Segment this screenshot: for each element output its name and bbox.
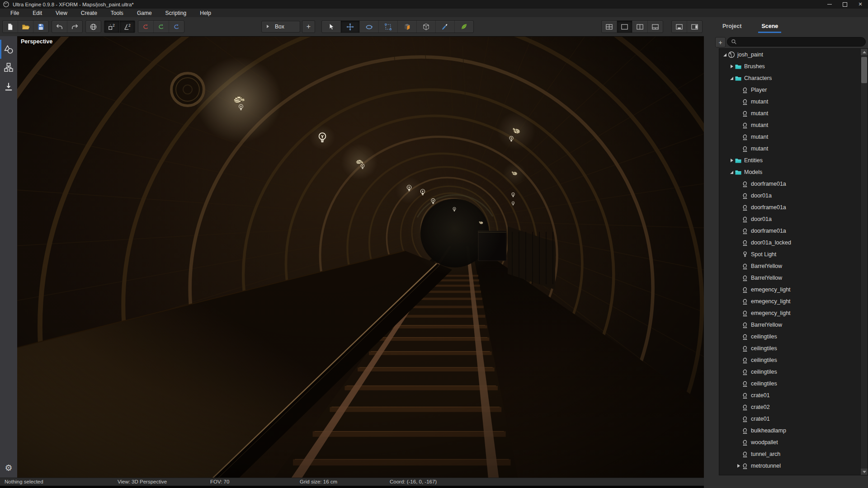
toolbar-snap-angle-button[interactable] — [119, 21, 135, 33]
toolbar-layout-hsplit-button[interactable] — [647, 21, 663, 33]
tree-item[interactable]: mutant — [719, 96, 868, 108]
tree-item[interactable]: door01a — [719, 190, 868, 202]
toolbar-move-button[interactable] — [340, 21, 359, 33]
toolbar-new-file-button[interactable] — [3, 21, 18, 33]
tree-item[interactable]: metrotunnel — [719, 460, 868, 472]
toolbar-open-folder-button[interactable] — [18, 21, 33, 33]
scrollbar-thumb[interactable] — [861, 57, 867, 83]
expand-arrow[interactable] — [729, 75, 735, 81]
expand-arrow[interactable] — [736, 475, 741, 476]
tree-item[interactable]: crate01 — [719, 413, 868, 425]
tree-item[interactable]: emegency_light — [719, 284, 868, 296]
tree-item[interactable]: Player — [719, 84, 868, 96]
scrollbar-up-button[interactable] — [861, 49, 868, 55]
add-primitive-button[interactable]: + — [302, 20, 315, 33]
tree-item-label: mutant — [751, 99, 768, 105]
toolbar-leaf-button[interactable] — [454, 21, 473, 33]
search-box[interactable] — [727, 37, 866, 47]
tree-item[interactable]: Entities — [719, 155, 868, 166]
viewport-3d[interactable]: Perspective — [17, 36, 704, 478]
tree-item[interactable]: tunnel_arch — [719, 448, 868, 460]
tree-scrollbar[interactable] — [860, 49, 868, 475]
toolbar-undo-button[interactable] — [52, 21, 67, 33]
entity-icon — [741, 321, 749, 328]
toolbar-face-cube-button[interactable] — [397, 21, 416, 33]
toolbar-snap-object-button[interactable] — [104, 21, 119, 33]
toolbar-rotate-button[interactable] — [359, 21, 378, 33]
toolbar-select-button[interactable] — [322, 21, 340, 33]
toolbar-panel-right-button[interactable] — [687, 21, 702, 33]
menu-file[interactable]: File — [4, 9, 26, 17]
tab-scene[interactable]: Scene — [761, 23, 778, 29]
tree-item[interactable]: woodpallet — [719, 436, 868, 448]
toolbar-world-button[interactable] — [86, 21, 101, 33]
expand-arrow[interactable] — [729, 169, 735, 175]
toolbar-rot-blue-button[interactable] — [169, 21, 184, 33]
tree-item[interactable]: emegency_light — [719, 307, 868, 319]
menu-tools[interactable]: Tools — [104, 9, 130, 17]
tree-item[interactable]: crate01 — [719, 389, 868, 401]
tree-item[interactable]: mutant — [719, 119, 868, 131]
tree-item[interactable]: BarrelYellow — [719, 260, 868, 272]
toolbar-scale-button[interactable] — [378, 21, 397, 33]
toolbar-rot-green-button[interactable] — [153, 21, 169, 33]
tree-item[interactable]: josh_paint — [719, 49, 868, 61]
minimize-button[interactable] — [822, 0, 837, 9]
tree-item[interactable]: ceilingtiles — [719, 331, 868, 343]
tree-item[interactable]: ceilingtiles — [719, 366, 868, 378]
tree-item[interactable]: Brushes — [719, 61, 868, 72]
toolbar-panel-bottom-button[interactable] — [672, 21, 687, 33]
add-item-button[interactable]: + — [715, 37, 726, 47]
toolbar-wire-cube-button[interactable] — [416, 21, 435, 33]
toolbar-save-button[interactable] — [33, 21, 48, 33]
expand-arrow[interactable] — [736, 463, 741, 469]
viewport-3d-scene[interactable] — [17, 37, 704, 478]
tab-project[interactable]: Project — [722, 23, 741, 29]
expand-arrow[interactable] — [729, 64, 735, 70]
menu-create[interactable]: Create — [74, 9, 104, 17]
tree-item[interactable]: ceilingtiles — [719, 343, 868, 354]
toolbar-layout-2v-button[interactable] — [632, 21, 647, 33]
primitive-dropdown[interactable]: Box — [261, 21, 300, 33]
tree-item[interactable]: bulkheadlamp — [719, 425, 868, 436]
expand-arrow[interactable] — [729, 158, 735, 164]
minimize-icon — [827, 4, 832, 5]
toolbar-brush-button[interactable] — [435, 21, 454, 33]
close-button[interactable]: ✕ — [853, 0, 868, 9]
sidebar-hierarchy-button[interactable] — [0, 60, 17, 75]
tree-item[interactable]: ceilingtiles — [719, 378, 868, 389]
tree-item[interactable]: BarrelYellow — [719, 272, 868, 284]
tree-item[interactable]: doorframe01a — [719, 202, 868, 213]
tree-item[interactable]: mutant — [719, 108, 868, 119]
tree-item[interactable]: metrotunnel — [719, 472, 868, 475]
menu-help[interactable]: Help — [193, 9, 218, 17]
tree-item[interactable]: BarrelYellow — [719, 319, 868, 331]
tree-item[interactable]: crate02 — [719, 401, 868, 413]
toolbar-layout-single-button[interactable] — [617, 21, 632, 33]
tree-item[interactable]: ceilingtiles — [719, 354, 868, 366]
menu-view[interactable]: View — [49, 9, 74, 17]
tree-item[interactable]: mutant — [719, 131, 868, 143]
search-input[interactable] — [740, 38, 862, 46]
maximize-button[interactable] — [837, 0, 853, 9]
toolbar-redo-button[interactable] — [67, 21, 82, 33]
sidebar-settings-button[interactable]: ⚙ — [0, 460, 17, 475]
sidebar-import-button[interactable] — [0, 79, 17, 94]
tree-item[interactable]: Spot Light — [719, 249, 868, 260]
tree-item[interactable]: Models — [719, 166, 868, 178]
tree-item[interactable]: mutant — [719, 143, 868, 155]
toolbar-rot-red-button[interactable] — [138, 21, 153, 33]
expand-arrow[interactable] — [722, 52, 728, 58]
sidebar-shapes-button[interactable] — [0, 42, 17, 57]
toolbar-layout-quad-button[interactable] — [602, 21, 617, 33]
scrollbar-down-button[interactable] — [861, 469, 868, 475]
menu-edit[interactable]: Edit — [26, 9, 49, 17]
menu-game[interactable]: Game — [130, 9, 159, 17]
tree-item[interactable]: doorframe01a — [719, 178, 868, 190]
tree-item[interactable]: door01a — [719, 213, 868, 225]
tree-item[interactable]: Characters — [719, 72, 868, 84]
tree-item[interactable]: emegency_light — [719, 296, 868, 307]
tree-item[interactable]: doorframe01a — [719, 225, 868, 237]
menu-scripting[interactable]: Scripting — [159, 9, 193, 17]
tree-item[interactable]: door01a_locked — [719, 237, 868, 249]
